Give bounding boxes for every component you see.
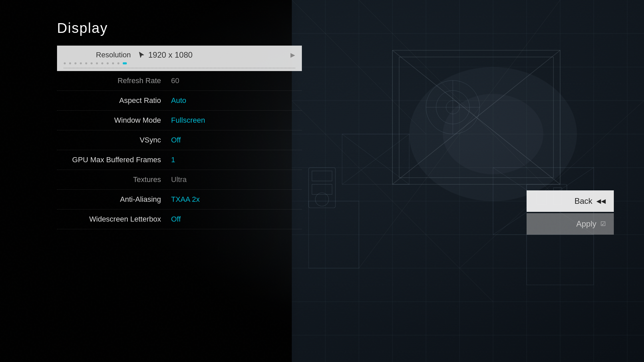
resolution-divider [64,68,295,68]
gpu-max-buffered-frames-value: 1 [171,156,175,164]
aspect-ratio-value: Auto [171,96,186,105]
textures-value: Ultra [171,175,186,184]
vsync-value: Off [171,136,181,144]
refresh-rate-value: 60 [171,76,179,85]
slider-dot-4 [80,62,82,64]
refresh-rate-label: Refresh Rate [57,76,171,85]
action-buttons: Back ◀◀ Apply ☑ [527,190,614,235]
slider-dot-10 [112,62,114,64]
resolution-slider[interactable] [64,62,295,66]
vsync-row[interactable]: VSync Off [57,130,302,150]
window-mode-row[interactable]: Window Mode Fullscreen [57,111,302,130]
anti-aliasing-label: Anti-Aliasing [57,195,171,204]
resolution-label: Resolution [64,51,131,59]
window-mode-label: Window Mode [57,116,171,125]
slider-dot-12-active [123,62,127,64]
slider-dots-container [64,62,295,64]
resolution-value: 644 x 362 [148,50,193,60]
widescreen-letterbox-value: Off [171,215,181,224]
anti-aliasing-value: TXAA 2x [171,195,200,204]
slider-dot-3 [74,62,76,64]
gpu-max-buffered-frames-label: GPU Max Buffered Frames [57,156,171,164]
slider-dot-11 [117,62,119,64]
refresh-rate-row[interactable]: Refresh Rate 60 [57,71,302,91]
textures-label: Textures [57,175,171,184]
textures-row[interactable]: Textures Ultra [57,170,302,190]
gpu-max-buffered-frames-row[interactable]: GPU Max Buffered Frames 1 [57,150,302,170]
anti-aliasing-row[interactable]: Anti-Aliasing TXAA 2x [57,190,302,209]
page-title: Display [57,20,302,36]
vsync-label: VSync [57,136,171,144]
window-mode-value: Fullscreen [171,116,205,125]
slider-dot-2 [69,62,71,64]
slider-dot-7 [96,62,98,64]
apply-label: Apply [576,219,596,229]
widescreen-letterbox-row[interactable]: Widescreen Letterbox Off [57,209,302,229]
resolution-setting-row[interactable]: Resolution 644 x 362 ▶ [57,46,302,71]
aspect-ratio-label: Aspect Ratio [57,96,171,105]
settings-list: Refresh Rate 60 Aspect Ratio Auto Window… [57,71,302,229]
resolution-value-area: 644 x 362 ▶ [131,50,295,60]
slider-dot-9 [107,62,109,64]
apply-button[interactable]: Apply ☑ [527,213,614,235]
slider-dot-6 [91,62,93,64]
resolution-arrow-right: ▶ [290,51,295,59]
apply-icon: ☑ [600,220,606,228]
cursor-icon [138,51,146,59]
slider-dot-5 [85,62,87,64]
widescreen-letterbox-label: Widescreen Letterbox [57,215,171,224]
back-label: Back [575,196,592,206]
slider-dot-1 [64,62,66,64]
slider-dot-8 [101,62,103,64]
settings-panel: Display Resolution 644 x 362 ▶ [57,20,302,229]
aspect-ratio-row[interactable]: Aspect Ratio Auto [57,91,302,111]
back-icon: ◀◀ [596,197,606,205]
back-button[interactable]: Back ◀◀ [527,190,614,212]
